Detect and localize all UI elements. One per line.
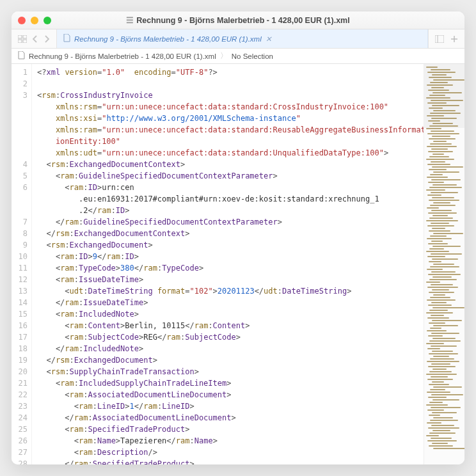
code-content[interactable]: <?xml version="1.0" encoding="UTF-8"?> <… [32, 64, 424, 464]
outline-icon[interactable] [435, 35, 444, 43]
toolbar: Rechnung 9 - Björns Malerbetrieb - 1 428… [12, 29, 464, 49]
close-icon[interactable] [18, 17, 26, 24]
minimap[interactable] [424, 64, 464, 464]
line-gutter: 1234567891011121314151617181920212223242… [12, 64, 32, 464]
zoom-icon[interactable] [44, 17, 51, 24]
tab-label: Rechnung 9 - Björns Malerbetrieb - 1 428… [74, 35, 262, 43]
window-titlebar[interactable]: ☰Rechnung 9 - Björns Malerbetrieb - 1 42… [12, 12, 464, 29]
tab-file[interactable]: Rechnung 9 - Björns Malerbetrieb - 1 428… [57, 29, 428, 48]
file-icon [63, 34, 70, 44]
add-icon[interactable] [450, 35, 458, 43]
svg-rect-4 [435, 35, 444, 43]
minimize-icon[interactable] [31, 17, 38, 24]
editor-window: ☰Rechnung 9 - Björns Malerbetrieb - 1 42… [12, 12, 464, 464]
traffic-lights [18, 17, 51, 24]
nav-group [12, 29, 57, 48]
forward-icon[interactable] [44, 35, 50, 43]
main-area: 1234567891011121314151617181920212223242… [12, 64, 464, 464]
chevron-right-icon: 〉 [220, 51, 228, 61]
tab-close-icon[interactable]: ✕ [266, 35, 272, 44]
breadcrumb-selection: No Selection [232, 52, 273, 60]
breadcrumb[interactable]: Rechnung 9 - Björns Malerbetrieb - 1 428… [12, 49, 464, 64]
sidebar-toggle-icon[interactable] [18, 35, 27, 43]
svg-rect-3 [23, 40, 27, 43]
back-icon[interactable] [32, 35, 38, 43]
code-editor[interactable]: 1234567891011121314151617181920212223242… [12, 64, 424, 464]
breadcrumb-file: Rechnung 9 - Björns Malerbetrieb - 1 428… [29, 52, 216, 60]
toolbar-right [428, 29, 464, 48]
svg-rect-1 [23, 35, 27, 38]
window-title: ☰Rechnung 9 - Björns Malerbetrieb - 1 42… [12, 15, 464, 25]
file-icon [18, 51, 25, 61]
svg-rect-0 [18, 35, 22, 38]
svg-rect-2 [18, 40, 22, 43]
